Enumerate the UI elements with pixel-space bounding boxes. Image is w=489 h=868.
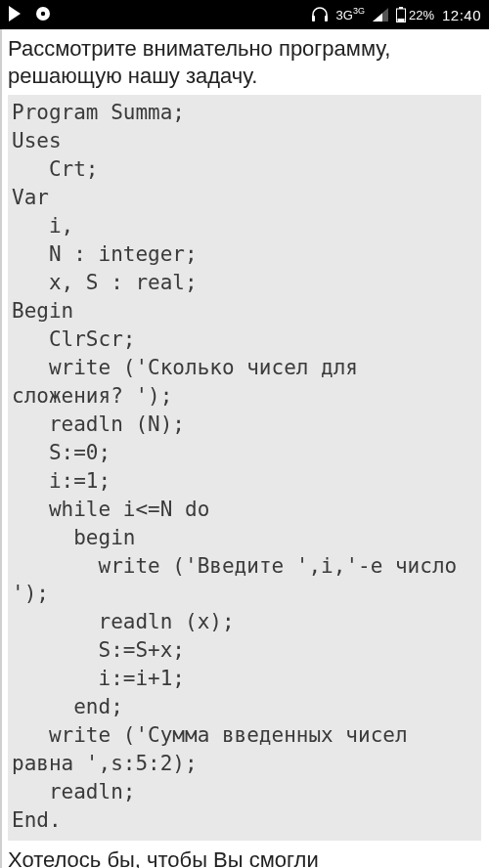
outro-line-1: Хотелось бы, чтобы Вы смогли [8, 847, 319, 868]
page-body: Рассмотрите внимательно программу, решаю… [0, 29, 489, 868]
svg-rect-4 [325, 16, 328, 22]
disc-icon [35, 6, 51, 24]
svg-rect-3 [312, 16, 315, 22]
status-bar: 3G3G 22% 12:40 [0, 0, 489, 29]
battery-icon [396, 7, 406, 22]
battery-percentage: 22% [409, 8, 434, 22]
svg-point-2 [41, 11, 45, 15]
svg-rect-9 [397, 19, 404, 22]
battery-indicator: 22% [396, 7, 434, 22]
headphones-icon [311, 7, 329, 22]
network-type-sup: 3G [353, 7, 365, 16]
content-area[interactable]: Рассмотрите внимательно программу, решаю… [0, 29, 489, 868]
status-right: 3G3G 22% 12:40 [311, 7, 481, 23]
network-type-label: 3G [336, 9, 353, 22]
intro-paragraph: Рассмотрите внимательно программу, решаю… [8, 35, 481, 89]
status-clock: 12:40 [442, 7, 481, 23]
google-play-icon [8, 6, 22, 24]
signal-icon [373, 8, 388, 22]
outro-paragraph: Хотелось бы, чтобы Вы смогли представить… [8, 845, 481, 868]
svg-marker-0 [9, 6, 21, 22]
network-type: 3G3G [336, 9, 365, 22]
pascal-code-block: Program Summa; Uses Crt; Var i, N : inte… [8, 95, 481, 841]
status-left-icons [8, 6, 51, 24]
